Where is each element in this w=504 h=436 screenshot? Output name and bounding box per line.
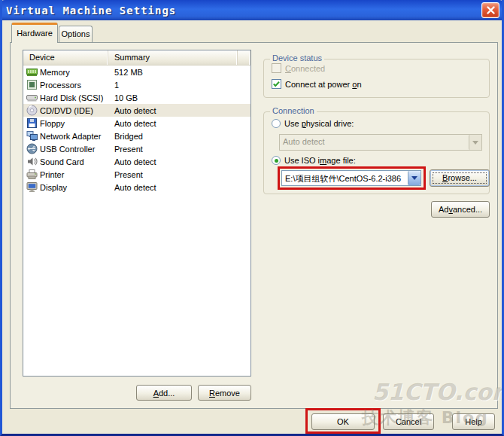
device-row[interactable]: Network Adapter Bridged	[23, 130, 250, 142]
printer-icon	[26, 169, 38, 180]
device-row[interactable]: Sound Card Auto detect	[23, 155, 250, 168]
device-status-title: Device status	[270, 53, 324, 63]
cancel-button[interactable]: Cancel	[383, 413, 434, 430]
iso-file-combo-value: E:\项目组软件\CentOS-6.2-i386	[282, 171, 408, 185]
connection-title: Connection	[270, 106, 317, 115]
device-name: USB Controller	[40, 145, 111, 154]
device-summary: 10 GB	[111, 93, 250, 102]
device-summary: Present	[111, 170, 250, 179]
combo-dropdown-icon[interactable]	[408, 171, 421, 185]
help-button[interactable]: Help	[452, 413, 495, 430]
device-name: Sound Card	[40, 157, 111, 166]
connected-label: Connected	[285, 64, 325, 73]
hard-disk-icon	[26, 92, 38, 103]
device-row[interactable]: Processors 1	[23, 78, 250, 91]
device-summary: Auto detect	[111, 183, 250, 192]
connected-checkbox-row: Connected	[272, 63, 325, 73]
device-summary: Present	[111, 145, 250, 154]
device-name: Display	[40, 183, 111, 192]
sound-card-icon	[26, 156, 38, 167]
physical-drive-label: Use physical drive:	[284, 119, 354, 128]
device-row[interactable]: Display Auto detect	[23, 181, 250, 194]
device-name: Printer	[40, 170, 111, 179]
combo-dropdown-icon[interactable]	[469, 135, 481, 150]
column-header-summary[interactable]: Summary	[108, 50, 238, 65]
ok-button[interactable]: OK	[311, 413, 375, 430]
device-summary: Auto detect	[111, 119, 250, 128]
cd-dvd-icon	[26, 105, 38, 116]
device-name: Network Adapter	[40, 132, 111, 141]
tab-hardware-label: Hardware	[17, 29, 53, 38]
device-name: CD/DVD (IDE)	[40, 106, 111, 115]
device-row[interactable]: USB Controller Present	[23, 142, 250, 155]
device-row[interactable]: Floppy Auto detect	[23, 117, 250, 130]
connect-at-power-on-checkbox[interactable]	[272, 79, 281, 89]
add-button[interactable]: Add...	[136, 385, 192, 401]
column-header-spacer	[238, 50, 250, 65]
physical-drive-combo[interactable]: Auto detect	[279, 134, 482, 151]
iso-file-combo[interactable]: E:\项目组软件\CentOS-6.2-i386	[281, 170, 421, 186]
physical-drive-combo-value: Auto detect	[280, 135, 469, 150]
advanced-button[interactable]: Advanced...	[431, 201, 490, 218]
title-bar[interactable]: Virtual Machine Settings	[0, 0, 504, 20]
tab-options-label: Options	[62, 29, 90, 38]
use-physical-drive-radio[interactable]	[272, 119, 281, 128]
connected-checkbox[interactable]	[272, 63, 281, 73]
network-adapter-icon	[26, 130, 38, 142]
window-title: Virtual Machine Settings	[0, 5, 176, 17]
close-button[interactable]	[481, 2, 499, 18]
power-on-label: Connect at power on	[285, 80, 362, 89]
power-on-checkbox-row: Connect at power on	[272, 79, 362, 89]
floppy-icon	[26, 117, 38, 129]
browse-button[interactable]: Browse...	[430, 169, 490, 187]
device-summary: Bridged	[111, 132, 250, 141]
device-row[interactable]: Memory 512 MB	[23, 66, 250, 78]
iso-image-label: Use ISO image file:	[284, 156, 356, 165]
iso-radio-row: Use ISO image file:	[272, 156, 356, 165]
vm-settings-dialog: Virtual Machine Settings Hardware Option…	[0, 0, 504, 436]
device-row[interactable]: Hard Disk (SCSI) 10 GB	[23, 91, 250, 104]
device-summary: Auto detect	[111, 106, 250, 115]
check-icon	[272, 80, 281, 88]
device-row[interactable]: CD/DVD (IDE) Auto detect	[23, 104, 250, 117]
display-icon	[26, 181, 38, 193]
device-summary: 512 MB	[111, 68, 250, 77]
usb-controller-icon	[26, 143, 38, 154]
use-iso-image-radio[interactable]	[272, 156, 281, 165]
device-name: Hard Disk (SCSI)	[40, 93, 111, 102]
column-header-device[interactable]: Device	[23, 50, 108, 65]
close-icon	[487, 6, 495, 14]
device-list-header: Device Summary	[23, 50, 250, 66]
tab-options[interactable]: Options	[59, 26, 93, 42]
device-summary: Auto detect	[111, 157, 250, 166]
device-summary: 1	[111, 81, 250, 90]
device-name: Memory	[40, 68, 111, 77]
device-list[interactable]: Device Summary Memory 512 MB Processors …	[23, 50, 251, 377]
processor-icon	[26, 79, 38, 90]
device-row[interactable]: Printer Present	[23, 168, 250, 181]
tab-hardware[interactable]: Hardware	[11, 23, 58, 43]
device-name: Processors	[40, 81, 111, 90]
remove-button[interactable]: Remove	[198, 385, 251, 401]
physical-drive-radio-row: Use physical drive:	[272, 119, 354, 128]
device-name: Floppy	[40, 119, 111, 128]
memory-icon	[26, 66, 38, 78]
